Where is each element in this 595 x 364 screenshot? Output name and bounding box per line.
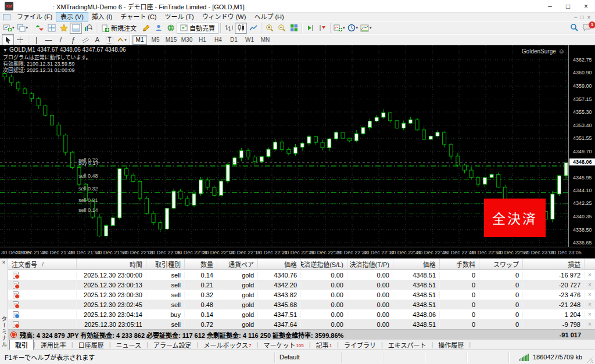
chart-area[interactable]: sell 0.72buy 0.14sell 0.48sell 0.32sell … — [0, 45, 595, 258]
auto-scroll-button[interactable] — [304, 23, 316, 34]
column-header-4[interactable]: 通貨ペア — [217, 259, 258, 269]
timeframe-button-m30[interactable]: M30 — [180, 35, 194, 45]
close-button[interactable]: × — [577, 0, 595, 13]
menu-item-1[interactable]: 表示 (V) — [56, 13, 88, 21]
line-chart-button[interactable] — [247, 23, 259, 34]
notifications-icon[interactable]: 1 — [583, 24, 592, 33]
column-header-3[interactable]: 数量 — [185, 259, 217, 269]
column-header-10[interactable]: スワップ — [479, 259, 523, 269]
menu-item-5[interactable]: ウィンドウ (W) — [198, 13, 250, 21]
mdi-close-button[interactable]: × — [587, 15, 590, 20]
terminal-tab-1[interactable]: 運用比率 — [35, 339, 71, 350]
collapse-triangle-icon[interactable]: ▼ — [3, 48, 8, 53]
terminal-tab-7[interactable]: 記事1 — [311, 339, 337, 350]
order-row[interactable]: 2025.12.30 23:05:11sell0.72gold4347.640.… — [8, 319, 595, 329]
chart-shift-button[interactable] — [316, 23, 328, 34]
terminal-tab-3[interactable]: ニュース — [111, 339, 146, 350]
terminal-tab-4[interactable]: アラーム設定 — [148, 339, 197, 350]
vertical-line-button[interactable]: | — [30, 34, 42, 45]
chart-window-icon[interactable] — [3, 14, 10, 20]
close-position-button[interactable]: × — [585, 291, 595, 298]
order-row[interactable]: 2025.12.30 23:02:45sell0.48gold4345.680.… — [8, 300, 595, 309]
terminal-button[interactable] — [70, 23, 82, 34]
menu-item-0[interactable]: ファイル (F) — [13, 13, 56, 21]
search-icon[interactable] — [570, 23, 578, 33]
close-all-button[interactable]: 全決済 — [484, 199, 546, 237]
close-position-button[interactable]: × — [585, 301, 595, 308]
column-header-7[interactable]: 決済指値(T/P) — [347, 259, 393, 269]
terminal-tab-10[interactable]: 操作履歴 — [433, 339, 469, 350]
metaeditor-button[interactable] — [140, 23, 152, 34]
terminal-tab-0[interactable]: 取引 — [9, 338, 34, 350]
menu-item-4[interactable]: ツール (T) — [161, 13, 198, 21]
column-header-5[interactable]: 価格 — [258, 259, 301, 269]
column-header-9[interactable]: 手数料 — [440, 259, 479, 269]
periods-button[interactable]: ▾ — [346, 23, 360, 34]
column-header-11[interactable]: 損益 — [523, 259, 585, 269]
new-chart-button[interactable]: ▾ — [2, 23, 16, 34]
community-button[interactable] — [152, 23, 164, 34]
channel-button[interactable] — [79, 34, 91, 45]
terminal-close-button[interactable]: × — [2, 260, 5, 265]
timeframe-button-d1[interactable]: D1 — [227, 35, 241, 45]
column-header-8[interactable]: 価格 — [393, 259, 440, 269]
menu-item-6[interactable]: ヘルプ (H) — [250, 13, 288, 21]
close-position-button[interactable]: × — [585, 311, 595, 318]
text-button[interactable]: A — [91, 34, 103, 45]
terminal-tab-6[interactable]: マーケット105 — [258, 339, 309, 350]
order-row[interactable]: 2025.12.30 23:00:13sell0.21gold4342.200.… — [8, 280, 595, 290]
cursor-button[interactable] — [2, 34, 14, 45]
horizontal-line-button[interactable]: — — [42, 34, 55, 45]
price-axis[interactable]: 4362.754360.904359.004357.154355.304353.… — [568, 45, 595, 247]
templates-button[interactable]: ▾ — [359, 23, 373, 34]
timeframe-button-h4[interactable]: H4 — [211, 35, 225, 45]
mdi-restore-button[interactable]: □ — [580, 15, 583, 20]
menu-item-2[interactable]: 挿入 (I) — [88, 13, 116, 21]
order-row[interactable]: 2025.12.30 23:00:30sell0.32gold4343.820.… — [8, 290, 595, 300]
candlestick-chart-button[interactable] — [235, 23, 247, 34]
mdi-minimize-button[interactable]: – — [574, 15, 577, 20]
fibonacci-button[interactable]: ƒ — [67, 34, 79, 45]
close-position-button[interactable]: × — [585, 321, 595, 327]
label-button[interactable]: T — [103, 34, 116, 45]
menu-item-3[interactable]: チャート (C) — [116, 13, 160, 21]
services-button[interactable] — [164, 23, 177, 34]
status-profile[interactable]: Default — [275, 352, 342, 363]
close-position-button[interactable]: × — [585, 282, 595, 288]
terminal-tab-8[interactable]: ライブラリ — [339, 339, 381, 350]
timeframe-button-h1[interactable]: H1 — [195, 35, 210, 45]
column-header-2[interactable]: 取引種別 — [146, 259, 185, 269]
auto-trading-button[interactable]: 自動売買 — [177, 23, 218, 34]
trendline-button[interactable]: / — [55, 34, 67, 45]
profiles-button[interactable]: ▾ — [16, 23, 30, 34]
strategy-tester-button[interactable] — [82, 23, 94, 34]
order-row[interactable]: 2025.12.30 23:00:00sell0.14gold4340.760.… — [8, 270, 595, 280]
indicators-button[interactable]: ▾ — [332, 23, 346, 34]
time-axis[interactable]: 30 Dec 202530 Dec 21:4530 Dec 21:4930 De… — [0, 247, 595, 258]
crosshair-button[interactable] — [14, 34, 26, 45]
bar-chart-button[interactable] — [223, 23, 235, 34]
terminal-tab-9[interactable]: エキスパート — [383, 339, 432, 350]
shapes-button[interactable]: ▾ — [116, 34, 128, 45]
terminal-tab-5[interactable]: メールボックス7 — [198, 339, 256, 350]
timeframe-button-mn[interactable]: MN — [258, 35, 273, 45]
timeframe-button-m15[interactable]: M15 — [164, 35, 178, 45]
maximize-button[interactable]: □ — [559, 0, 577, 13]
data-window-button[interactable] — [45, 23, 58, 34]
column-header-0[interactable]: 注文番号/ — [8, 259, 77, 269]
order-row[interactable]: 2025.12.30 23:04:14buy0.14gold4347.510.0… — [8, 309, 595, 319]
market-watch-button[interactable] — [33, 23, 45, 34]
terminal-tab-2[interactable]: 口座履歴 — [73, 339, 109, 350]
navigator-button[interactable] — [58, 23, 70, 34]
timeframe-button-m1[interactable]: M1 — [132, 35, 147, 45]
resize-grip-icon[interactable] — [586, 356, 593, 363]
zoom-out-button[interactable] — [275, 23, 288, 34]
minimize-button[interactable]: – — [541, 0, 559, 13]
column-header-6[interactable]: 決済逆指値(S/L) — [301, 259, 347, 269]
candlestick-chart[interactable] — [0, 45, 568, 247]
tile-windows-button[interactable] — [288, 23, 300, 34]
zoom-in-button[interactable] — [263, 23, 275, 34]
timeframe-button-m5[interactable]: M5 — [148, 35, 163, 45]
close-position-button[interactable]: × — [585, 272, 595, 278]
new-order-button[interactable]: 新規注文 — [98, 23, 140, 34]
